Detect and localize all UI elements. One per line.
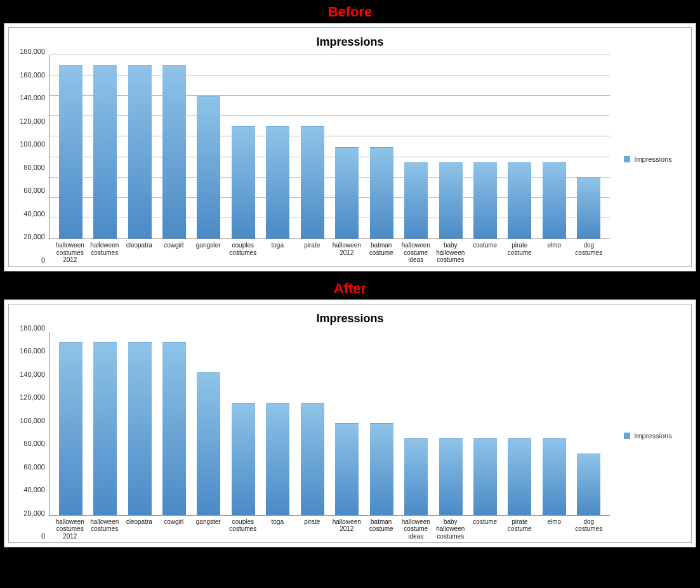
x-label: halloween 2012: [329, 242, 364, 264]
x-label: pirate costume: [503, 518, 538, 540]
bar: [439, 162, 463, 238]
bar-slot: [295, 55, 329, 238]
bar: [266, 403, 289, 515]
bar: [128, 342, 152, 515]
bar: [335, 423, 359, 515]
bar-slot: [53, 55, 88, 238]
bar: [543, 438, 566, 514]
plot-area: [49, 55, 610, 239]
bar: [301, 403, 324, 515]
x-label: batman costume: [364, 242, 399, 264]
bar: [543, 162, 566, 238]
x-label: couples costumes: [226, 518, 261, 540]
bar-slot: [433, 332, 468, 515]
x-label: gangster: [191, 518, 226, 540]
bar-slot: [330, 332, 364, 515]
bar: [335, 147, 359, 239]
x-label: batman costume: [364, 518, 399, 540]
bar-slot: [537, 332, 571, 515]
bar: [93, 342, 117, 515]
bar-slot: [53, 332, 88, 515]
bar: [473, 438, 497, 514]
x-label: halloween costumes 2012: [53, 242, 88, 264]
bar: [577, 178, 600, 238]
bar: [232, 126, 255, 238]
x-label: halloween 2012: [329, 518, 364, 540]
bar: [439, 438, 463, 514]
bar-slot: [88, 332, 122, 515]
x-label: pirate costume: [503, 242, 538, 264]
bar-slot: [226, 332, 260, 515]
bar: [162, 65, 186, 238]
bar-slot: [330, 55, 364, 238]
x-label: cowgirl: [157, 242, 192, 264]
bar: [508, 162, 531, 238]
y-axis: 020,00040,00060,00080,000100,000120,0001…: [14, 55, 49, 264]
x-label: toga: [260, 242, 295, 264]
x-label: pirate: [295, 518, 330, 540]
chart-inner-after: Impressions 020,00040,00060,00080,000100…: [8, 304, 692, 544]
x-label: cleopatra: [122, 242, 157, 264]
legend-label: Impressions: [634, 432, 671, 440]
bar-slot: [261, 55, 295, 238]
x-label: halloween costumes 2012: [53, 518, 88, 540]
bar-slot: [88, 55, 122, 238]
bar: [93, 65, 117, 238]
x-label: costume: [468, 518, 503, 540]
bar: [162, 342, 186, 515]
chart-title: Impressions: [14, 36, 686, 49]
x-label: elmo: [537, 242, 572, 264]
x-label: halloween costume ideas: [399, 518, 433, 540]
bar-slot: [572, 55, 606, 238]
x-label: elmo: [537, 518, 572, 540]
plot-area: [49, 332, 610, 516]
bar-slot: [157, 55, 191, 238]
after-label: After: [0, 277, 700, 299]
bar-slot: [192, 332, 226, 515]
bar: [370, 147, 393, 239]
bar-slot: [122, 332, 157, 515]
bar-slot: [364, 55, 399, 238]
legend-swatch-icon: [624, 433, 630, 439]
bar-slot: [399, 55, 433, 238]
x-label: dog costumes: [572, 242, 607, 264]
bar-slot: [192, 55, 226, 238]
legend: Impressions: [610, 55, 686, 264]
legend-swatch-icon: [624, 156, 630, 162]
plot-wrap: halloween costumes 2012halloween costume…: [49, 332, 610, 540]
bar: [128, 65, 152, 238]
bar: [197, 96, 220, 238]
bar-slot: [433, 55, 468, 238]
bar-slot: [468, 55, 502, 238]
x-label: baby halloween costumes: [433, 518, 468, 540]
x-label: halloween costumes: [88, 242, 122, 264]
x-label: pirate: [295, 242, 330, 264]
bar-slot: [503, 332, 537, 515]
bar-slot: [399, 332, 433, 515]
bar-slot: [468, 332, 502, 515]
bar: [266, 126, 289, 238]
bar: [59, 342, 83, 515]
bar-slot: [572, 332, 606, 515]
bar: [59, 65, 83, 238]
legend: Impressions: [610, 332, 686, 540]
bar-slot: [157, 332, 191, 515]
x-label: cleopatra: [122, 518, 157, 540]
bar: [577, 454, 600, 514]
x-label: toga: [260, 518, 295, 540]
y-axis: 020,00040,00060,00080,000100,000120,0001…: [14, 332, 49, 540]
x-label: costume: [468, 242, 503, 264]
bar-slot: [295, 332, 329, 515]
chart-title: Impressions: [14, 312, 686, 325]
bar-slot: [537, 55, 571, 238]
bar-slot: [122, 55, 157, 238]
x-label: gangster: [191, 242, 226, 264]
bar: [370, 423, 393, 515]
x-label: halloween costume ideas: [399, 242, 433, 264]
x-axis: halloween costumes 2012halloween costume…: [49, 516, 610, 540]
x-label: halloween costumes: [88, 518, 122, 540]
x-label: couples costumes: [226, 242, 261, 264]
legend-label: Impressions: [634, 155, 671, 163]
before-label: Before: [0, 0, 700, 23]
bar: [404, 438, 428, 514]
